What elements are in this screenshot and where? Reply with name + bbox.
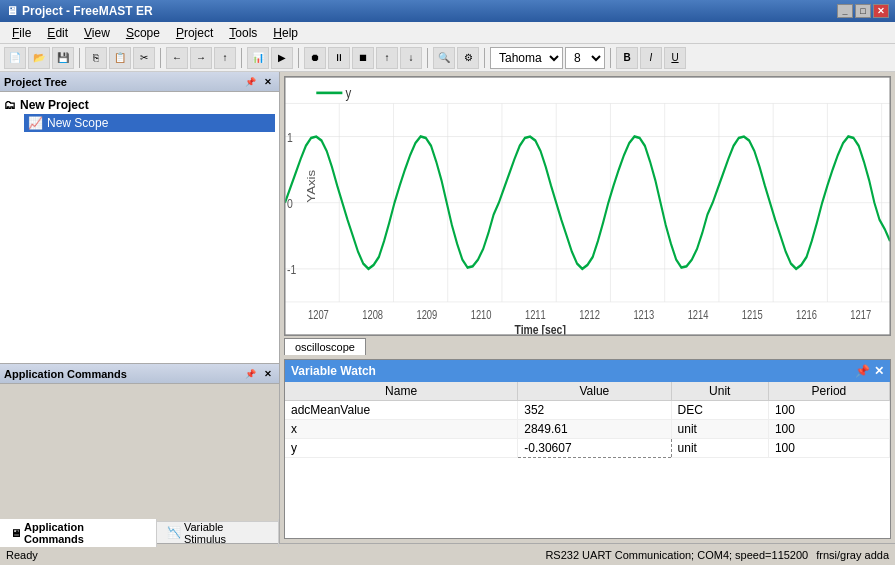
window-controls[interactable]: _ □ ✕ — [837, 4, 889, 18]
col-unit: Unit — [671, 382, 768, 401]
table-row: adcMeanValue 352 DEC 100 — [285, 401, 890, 420]
minimize-btn[interactable]: _ — [837, 4, 853, 18]
svg-text:1211: 1211 — [525, 308, 546, 321]
tb-rec3[interactable]: ⏹ — [352, 47, 374, 69]
variable-watch: Variable Watch 📌 ✕ Name Value Unit Perio… — [284, 359, 891, 539]
svg-text:Time [sec]: Time [sec] — [514, 321, 565, 335]
project-tree-title: Project Tree — [4, 76, 67, 88]
var-watch-pin[interactable]: 📌 — [855, 364, 870, 378]
scope-chart: y — [284, 76, 891, 336]
font-size-selector[interactable]: 8 — [565, 47, 605, 69]
watch-table: Name Value Unit Period adcMeanValue 352 … — [285, 382, 890, 458]
tb-save[interactable]: 💾 — [52, 47, 74, 69]
scope-label: New Scope — [47, 116, 108, 130]
scope-icon: 📈 — [28, 116, 43, 130]
svg-text:1217: 1217 — [850, 308, 871, 321]
menu-tools[interactable]: Tools — [221, 24, 265, 42]
tb-rec1[interactable]: ⏺ — [304, 47, 326, 69]
tab-variable-stimulus[interactable]: 📉 Variable Stimulus — [157, 519, 279, 547]
row1-name: adcMeanValue — [285, 401, 518, 420]
svg-text:1208: 1208 — [362, 308, 383, 321]
tb-open[interactable]: 📂 — [28, 47, 50, 69]
status-extra: frnsi/gray adda — [816, 549, 889, 561]
col-period: Period — [768, 382, 889, 401]
tb-zoom[interactable]: 🔍 — [433, 47, 455, 69]
maximize-btn[interactable]: □ — [855, 4, 871, 18]
tb-paste[interactable]: 📋 — [109, 47, 131, 69]
tb-sep3 — [241, 48, 242, 68]
tb-bold[interactable]: B — [616, 47, 638, 69]
svg-text:y: y — [346, 85, 352, 102]
tb-up2[interactable]: ↑ — [376, 47, 398, 69]
svg-text:1214: 1214 — [688, 308, 709, 321]
tab-app-commands[interactable]: 🖥 Application Commands — [0, 519, 157, 547]
left-panel: Project Tree 📌 ✕ 🗂 New Project 📈 New Sco… — [0, 72, 280, 543]
row2-period: 100 — [768, 420, 889, 439]
tb-underline[interactable]: U — [664, 47, 686, 69]
tb-dn2[interactable]: ↓ — [400, 47, 422, 69]
row1-unit: DEC — [671, 401, 768, 420]
tb-copy[interactable]: ⎘ — [85, 47, 107, 69]
tb-up[interactable]: ↑ — [214, 47, 236, 69]
app-commands-close[interactable]: ✕ — [261, 368, 275, 380]
svg-text:-1: -1 — [287, 262, 297, 278]
menu-view[interactable]: View — [76, 24, 118, 42]
table-row: y -0.30607 unit 100 — [285, 439, 890, 458]
font-selector[interactable]: Tahoma — [490, 47, 563, 69]
col-name: Name — [285, 382, 518, 401]
project-tree: 🗂 New Project 📈 New Scope — [0, 92, 279, 363]
main-layout: Project Tree 📌 ✕ 🗂 New Project 📈 New Sco… — [0, 72, 895, 543]
menu-file[interactable]: File — [4, 24, 39, 42]
tb-run[interactable]: ▶ — [271, 47, 293, 69]
status-left: Ready — [6, 549, 38, 561]
svg-text:1: 1 — [287, 130, 293, 146]
app-commands-tab-icon: 🖥 — [10, 527, 21, 539]
tb-fwd[interactable]: → — [190, 47, 212, 69]
tb-settings[interactable]: ⚙ — [457, 47, 479, 69]
menu-scope[interactable]: Scope — [118, 24, 168, 42]
close-btn[interactable]: ✕ — [873, 4, 889, 18]
tb-sep2 — [160, 48, 161, 68]
app-commands-pin[interactable]: 📌 — [242, 368, 259, 380]
var-watch-close[interactable]: ✕ — [874, 364, 884, 378]
svg-text:1212: 1212 — [579, 308, 600, 321]
menu-edit[interactable]: Edit — [39, 24, 76, 42]
tb-rec2[interactable]: ⏸ — [328, 47, 350, 69]
row1-period: 100 — [768, 401, 889, 420]
variable-stimulus-tab-icon: 📉 — [167, 526, 181, 539]
right-panel: y — [280, 72, 895, 543]
project-tree-header: Project Tree 📌 ✕ — [0, 72, 279, 92]
tb-sep1 — [79, 48, 80, 68]
row2-name: x — [285, 420, 518, 439]
svg-text:1213: 1213 — [633, 308, 654, 321]
svg-text:0: 0 — [287, 196, 293, 212]
row2-value: 2849.61 — [518, 420, 671, 439]
tb-sep4 — [298, 48, 299, 68]
row3-name: y — [285, 439, 518, 458]
app-commands-body — [0, 384, 279, 521]
oscilloscope-svg: y — [285, 77, 890, 335]
tree-scope-item[interactable]: 📈 New Scope — [24, 114, 275, 132]
scope-tab-oscilloscope[interactable]: oscilloscope — [284, 338, 366, 355]
scope-area: y — [280, 72, 895, 359]
row3-period: 100 — [768, 439, 889, 458]
project-name: New Project — [20, 98, 89, 112]
tb-scope[interactable]: 📊 — [247, 47, 269, 69]
tb-sep5 — [427, 48, 428, 68]
project-tree-pin[interactable]: 📌 — [242, 76, 259, 88]
tb-new[interactable]: 📄 — [4, 47, 26, 69]
row2-unit: unit — [671, 420, 768, 439]
app-commands-header: Application Commands 📌 ✕ — [0, 364, 279, 384]
variable-watch-header: Variable Watch 📌 ✕ — [285, 360, 890, 382]
tb-back[interactable]: ← — [166, 47, 188, 69]
project-tree-close[interactable]: ✕ — [261, 76, 275, 88]
menu-help[interactable]: Help — [265, 24, 306, 42]
tb-cut[interactable]: ✂ — [133, 47, 155, 69]
svg-text:1216: 1216 — [796, 308, 817, 321]
tb-sep6 — [484, 48, 485, 68]
menu-project[interactable]: Project — [168, 24, 221, 42]
row1-value: 352 — [518, 401, 671, 420]
tb-italic[interactable]: I — [640, 47, 662, 69]
variable-watch-title: Variable Watch — [291, 364, 376, 378]
svg-text:1215: 1215 — [742, 308, 763, 321]
